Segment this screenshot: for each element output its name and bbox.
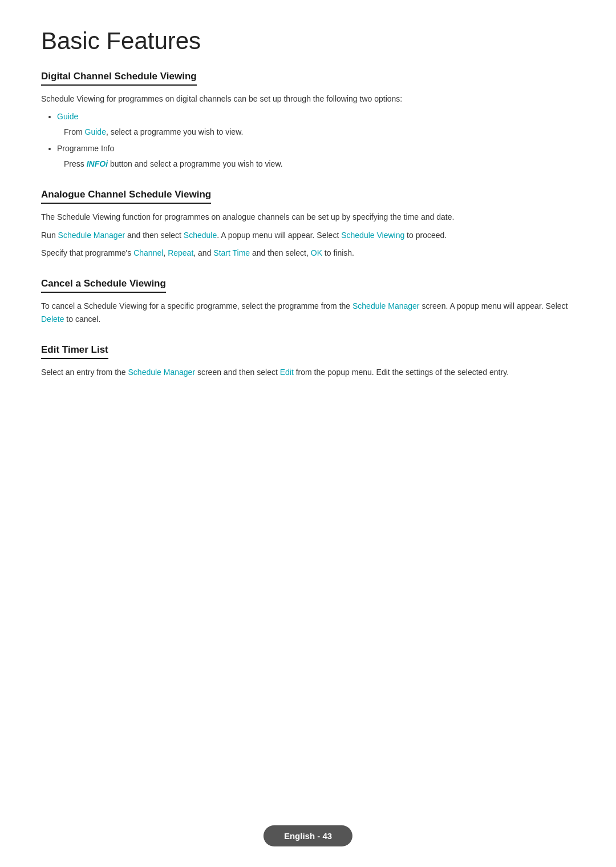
digital-intro: Schedule Viewing for programmes on digit… (41, 92, 575, 106)
section-body-edit-timer: Select an entry from the Schedule Manage… (41, 366, 575, 379)
analogue-para-2: Run Schedule Manager and then select Sch… (41, 229, 575, 242)
programme-info-sub: Press INFOi button and select a programm… (64, 158, 575, 171)
footer-text: English - 43 (284, 831, 332, 841)
section-analogue-channel: Analogue Channel Schedule Viewing The Sc… (41, 189, 575, 259)
info-button-label: INFOi (87, 159, 108, 168)
section-heading-cancel: Cancel a Schedule Viewing (41, 278, 166, 293)
edit-timer-para-1: Select an entry from the Schedule Manage… (41, 366, 575, 379)
schedule-link[interactable]: Schedule (184, 231, 217, 240)
section-body-digital: Schedule Viewing for programmes on digit… (41, 92, 575, 171)
section-heading-edit-timer: Edit Timer List (41, 344, 108, 359)
ok-link[interactable]: OK (311, 248, 322, 257)
schedule-manager-link-2[interactable]: Schedule Manager (352, 301, 420, 310)
analogue-para-1: The Schedule Viewing function for progra… (41, 211, 575, 224)
guide-sub-link[interactable]: Guide (85, 127, 106, 136)
cancel-para-1: To cancel a Schedule Viewing for a speci… (41, 300, 575, 326)
bullet-programme-info: Programme Info Press INFOi button and se… (57, 142, 575, 171)
analogue-para-3: Specify that programme's Channel, Repeat… (41, 247, 575, 260)
schedule-viewing-link[interactable]: Schedule Viewing (341, 231, 404, 240)
bullet-guide: Guide From Guide, select a programme you… (57, 110, 575, 139)
guide-sub: From Guide, select a programme you wish … (64, 126, 575, 139)
section-cancel-schedule: Cancel a Schedule Viewing To cancel a Sc… (41, 278, 575, 326)
section-body-analogue: The Schedule Viewing function for progra… (41, 211, 575, 259)
delete-link[interactable]: Delete (41, 314, 64, 324)
schedule-manager-link-1[interactable]: Schedule Manager (58, 231, 125, 240)
section-digital-channel: Digital Channel Schedule Viewing Schedul… (41, 71, 575, 171)
repeat-link[interactable]: Repeat (168, 248, 193, 257)
page-title: Basic Features (41, 27, 575, 55)
schedule-manager-link-3[interactable]: Schedule Manager (128, 368, 196, 377)
footer-bar: English - 43 (264, 825, 352, 846)
start-time-link[interactable]: Start Time (213, 248, 250, 257)
section-heading-analogue: Analogue Channel Schedule Viewing (41, 189, 211, 204)
digital-bullet-list: Guide From Guide, select a programme you… (57, 110, 575, 171)
section-edit-timer: Edit Timer List Select an entry from the… (41, 344, 575, 379)
edit-link[interactable]: Edit (280, 368, 294, 377)
guide-link[interactable]: Guide (57, 112, 78, 121)
section-heading-digital: Digital Channel Schedule Viewing (41, 71, 197, 86)
channel-link[interactable]: Channel (133, 248, 163, 257)
section-body-cancel: To cancel a Schedule Viewing for a speci… (41, 300, 575, 326)
page-container: Basic Features Digital Channel Schedule … (0, 0, 616, 867)
